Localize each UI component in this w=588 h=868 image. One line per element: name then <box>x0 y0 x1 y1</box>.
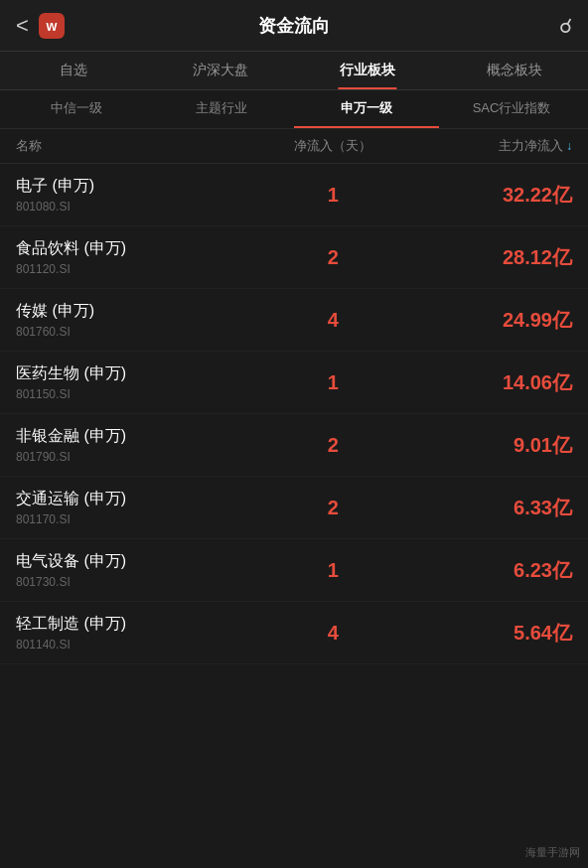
stock-name: 传媒 (申万) <box>16 301 260 322</box>
stock-code: 801730.SI <box>16 575 260 589</box>
w-label: w <box>46 18 57 34</box>
stock-item[interactable]: 交通运输 (申万) 801170.SI 2 6.33亿 <box>0 477 588 539</box>
stock-days: 1 <box>260 559 405 582</box>
stock-days: 1 <box>260 371 405 394</box>
stock-name: 交通运输 (申万) <box>16 489 260 509</box>
stock-item[interactable]: 传媒 (申万) 801760.SI 4 24.99亿 <box>0 289 588 352</box>
stock-days: 4 <box>260 309 405 332</box>
stock-code: 801760.SI <box>16 325 260 339</box>
stock-days: 2 <box>260 497 405 519</box>
stock-flow: 5.64亿 <box>405 620 572 647</box>
stock-days: 1 <box>260 184 405 207</box>
search-icon[interactable]: ☌ <box>559 14 572 38</box>
stock-info: 交通运输 (申万) 801170.SI <box>16 489 260 526</box>
stock-list: 电子 (申万) 801080.SI 1 32.22亿 食品饮料 (申万) 801… <box>0 164 588 664</box>
stock-flow: 24.99亿 <box>405 307 572 334</box>
tab-concept[interactable]: 概念板块 <box>441 52 588 89</box>
stock-code: 801790.SI <box>16 450 260 464</box>
column-headers: 名称 净流入（天） 主力净流入 ↓ <box>0 129 588 164</box>
tab-theme[interactable]: 主题行业 <box>149 90 294 128</box>
tab-zixuan[interactable]: 自选 <box>0 52 147 89</box>
stock-code: 801170.SI <box>16 512 260 526</box>
col-header-days: 净流入（天） <box>260 137 405 155</box>
stock-code: 801150.SI <box>16 387 260 401</box>
watermark: 海量手游网 <box>525 845 580 860</box>
tab-shenwan[interactable]: 申万一级 <box>294 90 439 128</box>
stock-name: 非银金融 (申万) <box>16 426 260 447</box>
tab-bar-primary: 自选 沪深大盘 行业板块 概念板块 <box>0 52 588 90</box>
tab-industry[interactable]: 行业板块 <box>294 52 441 89</box>
stock-code: 801120.SI <box>16 262 260 276</box>
stock-info: 非银金融 (申万) 801790.SI <box>16 426 260 464</box>
tab-bar-secondary: 中信一级 主题行业 申万一级 SAC行业指数 <box>0 90 588 129</box>
stock-name: 轻工制造 (申万) <box>16 614 260 635</box>
stock-name: 食品饮料 (申万) <box>16 238 260 259</box>
stock-days: 2 <box>260 434 405 457</box>
sort-arrow-icon: ↓ <box>566 139 572 153</box>
stock-days: 2 <box>260 246 405 269</box>
stock-flow: 32.22亿 <box>405 182 572 209</box>
page-title: 资金流向 <box>258 14 330 38</box>
stock-item[interactable]: 医药生物 (申万) 801150.SI 1 14.06亿 <box>0 352 588 414</box>
stock-name: 电子 (申万) <box>16 176 260 197</box>
header-left: < w <box>16 13 65 39</box>
tab-sac[interactable]: SAC行业指数 <box>439 90 584 128</box>
back-button[interactable]: < <box>16 13 29 39</box>
stock-item[interactable]: 电子 (申万) 801080.SI 1 32.22亿 <box>0 164 588 226</box>
stock-info: 医药生物 (申万) 801150.SI <box>16 363 260 401</box>
stock-info: 食品饮料 (申万) 801120.SI <box>16 238 260 276</box>
stock-info: 电子 (申万) 801080.SI <box>16 176 260 214</box>
stock-flow: 28.12亿 <box>405 244 572 271</box>
stock-item[interactable]: 食品饮料 (申万) 801120.SI 2 28.12亿 <box>0 226 588 289</box>
col-header-flow[interactable]: 主力净流入 ↓ <box>405 137 572 155</box>
stock-name: 医药生物 (申万) <box>16 363 260 384</box>
tab-hushen[interactable]: 沪深大盘 <box>147 52 294 89</box>
stock-item[interactable]: 非银金融 (申万) 801790.SI 2 9.01亿 <box>0 414 588 477</box>
stock-days: 4 <box>260 622 405 645</box>
stock-flow: 9.01亿 <box>405 432 572 459</box>
stock-item[interactable]: 电气设备 (申万) 801730.SI 1 6.23亿 <box>0 539 588 602</box>
col-header-name: 名称 <box>16 137 260 155</box>
stock-flow: 14.06亿 <box>405 369 572 396</box>
stock-flow: 6.23亿 <box>405 557 572 584</box>
stock-code: 801080.SI <box>16 200 260 214</box>
stock-code: 801140.SI <box>16 638 260 651</box>
stock-info: 电气设备 (申万) 801730.SI <box>16 551 260 589</box>
stock-info: 传媒 (申万) 801760.SI <box>16 301 260 339</box>
stock-name: 电气设备 (申万) <box>16 551 260 572</box>
header: < w 资金流向 ☌ <box>0 0 588 52</box>
tab-citic[interactable]: 中信一级 <box>4 90 149 128</box>
stock-item[interactable]: 轻工制造 (申万) 801140.SI 4 5.64亿 <box>0 602 588 664</box>
stock-flow: 6.33亿 <box>405 495 572 521</box>
stock-info: 轻工制造 (申万) 801140.SI <box>16 614 260 651</box>
w-badge: w <box>39 13 65 39</box>
